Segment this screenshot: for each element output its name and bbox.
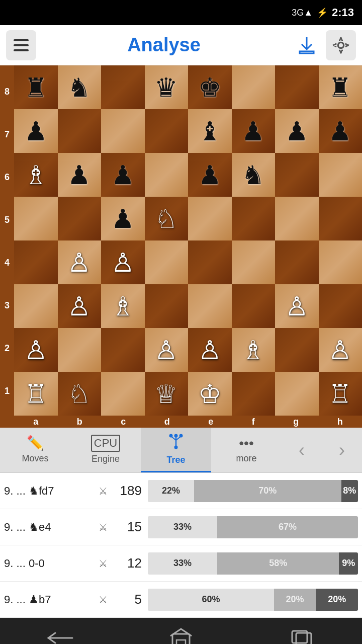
cell-e5[interactable] (188, 197, 232, 240)
cell-c5[interactable]: ♟ (101, 197, 145, 240)
cell-f3[interactable] (232, 284, 276, 328)
cell-a7[interactable]: ♟ (14, 109, 58, 153)
cell-a3[interactable] (14, 284, 58, 328)
board-grid: ♜ ♞ ♛ ♚ ♜ ♟ ♝ ♟ ♟ ♟ ♗ ♟ ♟ ♟ ♞ ♟ ♘ (14, 65, 362, 416)
cell-b3[interactable]: ♙ (58, 284, 102, 328)
cell-f1[interactable] (232, 372, 276, 416)
rank-coordinates: 8 7 6 5 4 3 2 1 (0, 65, 14, 418)
cell-c6[interactable]: ♟ (101, 153, 145, 197)
cell-e3[interactable] (188, 284, 232, 328)
bar-black-3: 9% (339, 552, 358, 575)
back-button[interactable] (40, 625, 80, 644)
recents-icon (289, 628, 314, 644)
cell-g8[interactable] (275, 65, 319, 109)
cell-f4[interactable] (232, 240, 276, 284)
cell-g3[interactable]: ♙ (275, 284, 319, 328)
cell-b4[interactable]: ♙ (58, 240, 102, 284)
bar-draw-2: 67% (217, 516, 358, 538)
tab-moves[interactable]: ✏️ Moves (0, 428, 70, 472)
more-icon: ••• (239, 435, 253, 451)
cell-a4[interactable] (14, 240, 58, 284)
cell-d7[interactable] (145, 109, 189, 153)
cell-c2[interactable] (101, 328, 145, 372)
cell-h3[interactable] (319, 284, 363, 328)
cell-d1[interactable]: ♕ (145, 372, 189, 416)
cell-f5[interactable] (232, 197, 276, 240)
cell-f7[interactable]: ♟ (232, 109, 276, 153)
cell-b8[interactable]: ♞ (58, 65, 102, 109)
cell-c3[interactable]: ♗ (101, 284, 145, 328)
tab-engine[interactable]: CPU Engine (70, 428, 141, 472)
bar-draw-1: 70% (194, 480, 341, 502)
chess-board[interactable]: 8 7 6 5 4 3 2 1 ♜ ♞ ♛ ♚ ♜ ♟ ♝ ♟ ♟ ♟ ♗ ♟ … (0, 65, 362, 428)
status-bar: 3G▲ ⚡ 2:13 (0, 0, 362, 25)
cell-h6[interactable] (319, 153, 363, 197)
player-icon-2: ⚔ (99, 521, 108, 533)
tab-tree[interactable]: Tree (141, 428, 211, 472)
bar-white-3: 33% (148, 552, 217, 575)
cell-d8[interactable]: ♛ (145, 65, 189, 109)
cell-g2[interactable] (275, 328, 319, 372)
cell-a1[interactable]: ♖ (14, 372, 58, 416)
cell-f2[interactable]: ♗ (232, 328, 276, 372)
cell-e6[interactable]: ♟ (188, 153, 232, 197)
move-count-1: 189 (112, 483, 142, 499)
svg-point-8 (174, 434, 178, 438)
move-row-3[interactable]: 9. ... 0-0 ⚔ 12 33% 58% 9% (0, 545, 362, 582)
player-icon-1: ⚔ (99, 485, 108, 497)
cell-h5[interactable] (319, 197, 363, 240)
cell-a5[interactable] (14, 197, 58, 240)
home-button[interactable] (161, 625, 201, 644)
cell-d3[interactable] (145, 284, 189, 328)
cell-d2[interactable]: ♙ (145, 328, 189, 372)
cell-f8[interactable] (232, 65, 276, 109)
move-list: 9. ... ♞fd7 ⚔ 189 22% 70% 8% 9. ... ♞e4 … (0, 473, 362, 618)
cell-b6[interactable]: ♟ (58, 153, 102, 197)
clock: 2:13 (332, 6, 354, 19)
cell-a2[interactable]: ♙ (14, 328, 58, 372)
download-button[interactable] (292, 30, 322, 60)
hamburger-icon (14, 49, 29, 51)
next-arrow[interactable]: › (322, 428, 362, 472)
cell-e8[interactable]: ♚ (188, 65, 232, 109)
cell-g7[interactable]: ♟ (275, 109, 319, 153)
move-row-1[interactable]: 9. ... ♞fd7 ⚔ 189 22% 70% 8% (0, 473, 362, 509)
cell-c4[interactable]: ♙ (101, 240, 145, 284)
header: Analyse (0, 25, 362, 65)
cell-b5[interactable] (58, 197, 102, 240)
cell-a8[interactable]: ♜ (14, 65, 58, 109)
cell-a6[interactable]: ♗ (14, 153, 58, 197)
cell-h8[interactable]: ♜ (319, 65, 363, 109)
move-row-2[interactable]: 9. ... ♞e4 ⚔ 15 33% 67% (0, 509, 362, 545)
cell-g1[interactable] (275, 372, 319, 416)
cell-c8[interactable] (101, 65, 145, 109)
cell-h1[interactable]: ♖ (319, 372, 363, 416)
home-icon (168, 628, 194, 644)
cell-h7[interactable]: ♟ (319, 109, 363, 153)
cell-b2[interactable] (58, 328, 102, 372)
cell-e7[interactable]: ♝ (188, 109, 232, 153)
cell-h4[interactable] (319, 240, 363, 284)
bar-white-4: 60% (148, 589, 274, 611)
cell-e1[interactable]: ♔ (188, 372, 232, 416)
tab-more[interactable]: ••• more (211, 428, 282, 472)
cell-g5[interactable] (275, 197, 319, 240)
cell-e4[interactable] (188, 240, 232, 284)
cell-h2[interactable]: ♙ (319, 328, 363, 372)
recents-button[interactable] (282, 625, 322, 644)
settings-button[interactable] (326, 30, 356, 60)
cell-g6[interactable] (275, 153, 319, 197)
cell-f6[interactable]: ♞ (232, 153, 276, 197)
cell-d5[interactable]: ♘ (145, 197, 189, 240)
cell-c1[interactable] (101, 372, 145, 416)
cell-c7[interactable] (101, 109, 145, 153)
cell-b1[interactable]: ♘ (58, 372, 102, 416)
menu-button[interactable] (6, 30, 36, 60)
cell-d4[interactable] (145, 240, 189, 284)
cell-d6[interactable] (145, 153, 189, 197)
cell-g4[interactable] (275, 240, 319, 284)
move-row-4[interactable]: 9. ... ♟b7 ⚔ 5 60% 20% 20% (0, 582, 362, 618)
prev-arrow[interactable]: ‹ (282, 428, 322, 472)
cell-e2[interactable]: ♙ (188, 328, 232, 372)
cell-b7[interactable] (58, 109, 102, 153)
